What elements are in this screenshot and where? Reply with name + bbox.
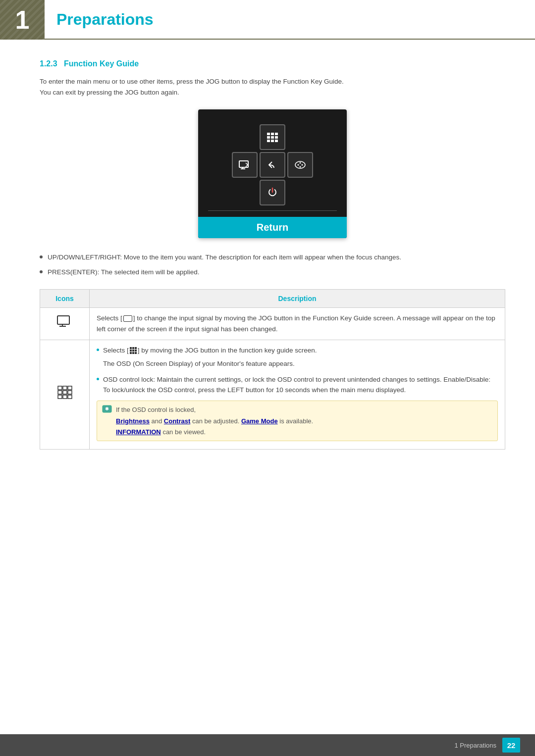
osd-appears-text: The OSD (On Screen Display) of your Moni…	[103, 358, 498, 369]
description-cell-menu: Selects [] by moving the JOG button in t…	[90, 340, 505, 450]
chapter-title: Preparations	[56, 10, 154, 29]
menu-bullet-2: OSD control lock: Maintain the current s…	[97, 374, 498, 396]
bullet-item-1: UP/DOWN/LEFT/RIGHT: Move to the item you…	[40, 252, 505, 263]
col-header-description: Description	[90, 290, 505, 308]
note-locked-text: If the OSD control is locked,	[116, 405, 313, 415]
svg-rect-15	[63, 391, 67, 394]
svg-rect-16	[68, 391, 72, 394]
chapter-number-block: 1	[0, 0, 45, 40]
osd-icon-grid	[232, 124, 313, 205]
osd-cell-empty-3	[232, 180, 258, 205]
note-content: If the OSD control is locked, Brightness…	[116, 405, 313, 437]
svg-rect-17	[58, 395, 62, 399]
osd-cell-game	[287, 152, 313, 178]
footer-section-label: 1 Preparations	[454, 742, 496, 749]
brightness-link: Brightness	[116, 417, 150, 425]
svg-point-5	[302, 164, 303, 166]
table-row: Selects [] by moving the JOG button in t…	[40, 340, 505, 450]
chapter-title-block: Preparations	[45, 0, 535, 40]
page-header: 1 Preparations	[0, 0, 535, 40]
table-row: Selects [] to change the input signal by…	[40, 308, 505, 340]
osd-divider	[208, 210, 337, 211]
osd-cell-power	[260, 180, 285, 205]
chapter-number: 1	[15, 5, 30, 35]
section-title: Function Key Guide	[64, 59, 139, 68]
and-text: and	[152, 417, 164, 425]
note-icon: ✱	[102, 405, 112, 418]
icon-cell-menu	[40, 340, 90, 450]
contrast-link: Contrast	[164, 417, 190, 425]
osd-cell-empty-4	[287, 180, 313, 205]
svg-rect-18	[63, 395, 67, 399]
note-adjustable-text: Brightness and Contrast can be adjusted.…	[116, 416, 313, 426]
svg-point-6	[300, 162, 301, 164]
note-box: ✱ If the OSD control is locked, Brightne…	[97, 401, 498, 442]
return-label: Return	[257, 222, 288, 233]
osd-cell-empty-1	[232, 124, 258, 150]
menu-bullet-dot-2	[97, 378, 99, 380]
osd-cell-empty-2	[287, 124, 313, 150]
information-link: INFORMATION	[116, 428, 161, 436]
svg-rect-14	[58, 391, 62, 394]
intro-line-1: To enter the main menu or to use other i…	[40, 78, 344, 85]
intro-paragraph: To enter the main menu or to use other i…	[40, 76, 505, 98]
bullet-list: UP/DOWN/LEFT/RIGHT: Move to the item you…	[40, 252, 505, 277]
table-header-row: Icons Description	[40, 290, 505, 308]
game-icon	[294, 160, 306, 169]
input-icon	[239, 160, 251, 169]
description-cell-input: Selects [] to change the input signal by…	[90, 308, 505, 340]
icon-description-table: Icons Description Selects [] to change t…	[40, 289, 505, 450]
svg-rect-11	[58, 386, 62, 390]
svg-text:✱: ✱	[105, 406, 109, 411]
input-signal-icon	[57, 315, 73, 327]
svg-rect-13	[68, 386, 72, 390]
icon-cell-input	[40, 308, 90, 340]
note-information-text: INFORMATION can be viewed.	[116, 427, 313, 437]
menu-bullet-text-2: OSD control lock: Maintain the current s…	[103, 374, 498, 396]
svg-rect-8	[57, 316, 69, 324]
footer-page-number: 22	[502, 738, 520, 753]
viewed-text: can be viewed.	[162, 428, 206, 436]
menu-bullet-text-1: Selects [] by moving the JOG button in t…	[103, 345, 317, 356]
bullet-dot-2	[40, 270, 43, 273]
bullet-text-1: UP/DOWN/LEFT/RIGHT: Move to the item you…	[48, 252, 401, 263]
menu-bullet-dot-1	[97, 349, 99, 351]
game-mode-link: Game Mode	[241, 417, 278, 425]
osd-cell-back	[260, 152, 285, 178]
bullet-item-2: PRESS(ENTER): The selected item will be …	[40, 267, 505, 278]
menu-bullet-1: Selects [] by moving the JOG button in t…	[97, 345, 498, 356]
menu-grid-icon	[57, 385, 73, 399]
svg-point-7	[300, 166, 301, 168]
available-text: is available.	[279, 417, 313, 425]
osd-cell-input	[232, 152, 258, 178]
menu-bullet-list-2: OSD control lock: Maintain the current s…	[97, 374, 498, 396]
menu-bullet-list: Selects [] by moving the JOG button in t…	[97, 345, 498, 356]
osd-image-container: Return	[40, 109, 505, 238]
main-content: 1.2.3 Function Key Guide To enter the ma…	[0, 40, 535, 499]
intro-line-2: You can exit by pressing the JOG button …	[40, 89, 179, 96]
section-heading: 1.2.3 Function Key Guide	[40, 59, 505, 68]
menu-icon	[267, 133, 278, 142]
col-header-icons: Icons	[40, 290, 90, 308]
svg-rect-12	[63, 386, 67, 390]
power-icon	[268, 187, 277, 198]
svg-point-4	[298, 164, 299, 166]
osd-box: Return	[198, 109, 347, 238]
bullet-dot-1	[40, 255, 43, 258]
svg-rect-19	[68, 395, 72, 399]
adjusted-text: can be adjusted.	[192, 417, 241, 425]
back-icon	[267, 160, 278, 170]
osd-icons	[208, 124, 337, 205]
bullet-text-2: PRESS(ENTER): The selected item will be …	[48, 267, 200, 278]
osd-return-bar: Return	[198, 217, 347, 238]
note-flag-icon: ✱	[102, 405, 112, 414]
osd-cell-menu	[260, 124, 285, 150]
page-footer: 1 Preparations 22	[0, 734, 535, 756]
section-number: 1.2.3	[40, 59, 57, 68]
